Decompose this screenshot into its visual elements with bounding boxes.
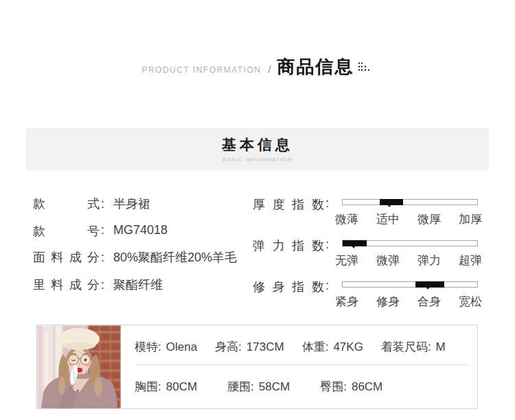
spec-row-style: 款式:半身裙 xyxy=(33,196,150,211)
page-title: 商品信息 xyxy=(277,55,354,79)
indicator-label-text: 修身指数 xyxy=(253,279,324,295)
colon: : xyxy=(101,197,104,211)
indicator-options: 紧身 修身 合身 宽松 xyxy=(335,294,482,310)
stat-bust: 胸围:80CM xyxy=(135,379,197,395)
indicator-label: 修身指数: xyxy=(253,279,329,295)
bar-pointer-icon xyxy=(424,285,431,290)
spec-value: 半身裙 xyxy=(113,196,150,212)
colon: : xyxy=(101,278,104,292)
indicator-thickness: 厚度指数: 微薄 适中 微厚 加厚 xyxy=(253,195,486,236)
indicator-label: 厚度指数: xyxy=(253,196,329,213)
colon: : xyxy=(101,223,104,237)
indicator-options: 微薄 适中 微厚 加厚 xyxy=(335,211,482,227)
spec-value: 聚酯纤维 xyxy=(113,277,163,293)
indicator-label: 弹力指数: xyxy=(253,237,329,254)
section-header: PRODUCT INFORMATION / 商品信息 xyxy=(0,55,515,79)
band-title: 基本信息 xyxy=(222,135,293,154)
spec-row-number: 款号:MG74018 xyxy=(33,223,168,238)
dots-decoration-icon xyxy=(358,62,374,76)
indicator-bar xyxy=(342,281,478,288)
spec-value: 80%聚酯纤维20%羊毛 xyxy=(113,249,237,266)
spec-row-lining: 里料成分:聚酯纤维 xyxy=(33,277,163,292)
bar-pointer-icon xyxy=(350,244,357,248)
colon: : xyxy=(325,196,329,211)
stat-waist: 腰围:58CM xyxy=(227,379,290,395)
product-information-page: PRODUCT INFORMATION / 商品信息 基本信息 BASIC IN… xyxy=(0,0,515,420)
indicator-bar xyxy=(342,240,478,246)
indicator-option: 无弹 xyxy=(335,253,358,268)
spec-label: 里料成分 xyxy=(33,277,100,293)
basic-info-band: 基本信息 BASIC INFORMATION xyxy=(26,128,489,170)
indicator-bar xyxy=(342,199,478,205)
stat-weight: 体重:47KG xyxy=(302,339,363,355)
indicator-option: 合身 xyxy=(417,294,441,310)
stat-height: 身高:173CM xyxy=(215,339,284,355)
stat-size: 着装尺码:M xyxy=(381,339,446,355)
model-stats-row-2: 胸围:80CM 腰围:58CM 臀围:86CM xyxy=(135,379,382,395)
header-english-label: PRODUCT INFORMATION xyxy=(141,65,261,75)
indicator-option: 适中 xyxy=(376,211,400,227)
model-stats: 模特:Olena 身高:173CM 体重:47KG 着装尺码:M 胸围:80CM… xyxy=(135,325,468,408)
colon: : xyxy=(101,250,104,265)
indicator-option: 弹力 xyxy=(417,253,441,268)
spec-row-fabric: 面料成分:80%聚酯纤维20%羊毛 xyxy=(33,249,237,264)
colon: : xyxy=(325,237,329,252)
spec-value: MG74018 xyxy=(113,223,168,237)
model-info-card: 模特:Olena 身高:173CM 体重:47KG 着装尺码:M 胸围:80CM… xyxy=(36,325,478,409)
indicator-option: 微薄 xyxy=(335,211,358,227)
indicator-fit: 修身指数: 紧身 修身 合身 宽松 xyxy=(253,277,486,318)
spec-label: 面料成分 xyxy=(33,249,100,266)
indicator-option: 超弹 xyxy=(459,253,482,268)
stat-hip: 臀围:86CM xyxy=(320,379,382,395)
indicator-option: 修身 xyxy=(376,294,400,310)
card-divider xyxy=(135,364,468,365)
indicator-option: 宽松 xyxy=(459,294,482,310)
indicator-option: 加厚 xyxy=(459,211,482,227)
model-stats-row-1: 模特:Olena 身高:173CM 体重:47KG 着装尺码:M xyxy=(135,339,446,355)
model-photo xyxy=(37,325,121,408)
spec-label: 款式 xyxy=(33,196,100,212)
header-slash-divider: / xyxy=(268,63,271,75)
spec-label: 款号 xyxy=(33,223,100,240)
colon: : xyxy=(325,279,329,293)
bar-pointer-icon xyxy=(386,202,393,207)
stat-model: 模特:Olena xyxy=(135,339,197,355)
indicator-label-text: 厚度指数 xyxy=(253,196,324,213)
indicator-option: 紧身 xyxy=(335,294,358,310)
indicator-options: 无弹 微弹 弹力 超弹 xyxy=(335,253,482,268)
indicator-option: 微弹 xyxy=(376,253,400,268)
indicator-elasticity: 弹力指数: 无弹 微弹 弹力 超弹 xyxy=(253,236,486,277)
indicator-label-text: 弹力指数 xyxy=(253,237,324,254)
indicator-option: 微厚 xyxy=(417,211,441,227)
band-subtitle: BASIC INFORMATION xyxy=(222,156,293,163)
